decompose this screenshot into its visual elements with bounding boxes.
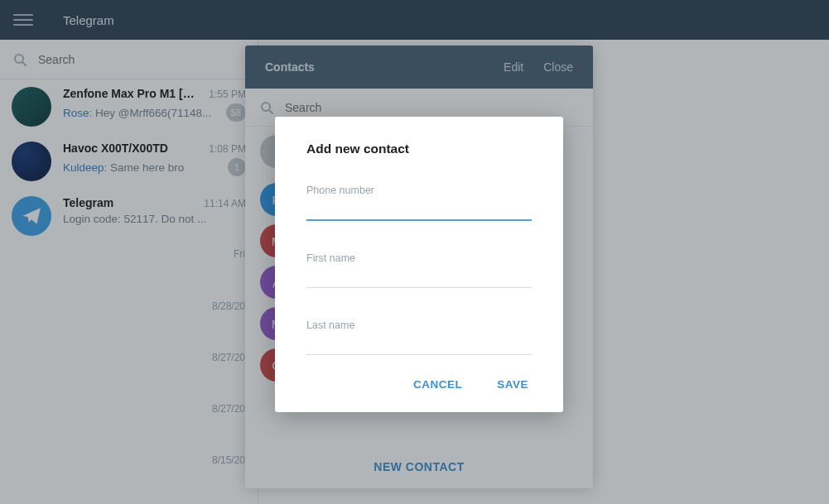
phone-input[interactable] bbox=[306, 198, 532, 221]
cancel-button[interactable]: CANCEL bbox=[410, 372, 465, 397]
first-name-label: First name bbox=[306, 252, 532, 264]
phone-field: Phone number bbox=[306, 185, 532, 221]
last-name-label: Last name bbox=[306, 319, 532, 331]
add-contact-modal: Add new contact Phone number First name … bbox=[275, 117, 563, 412]
modal-title: Add new contact bbox=[306, 142, 532, 156]
phone-label: Phone number bbox=[306, 185, 532, 196]
modal-actions: CANCEL SAVE bbox=[306, 372, 532, 397]
last-name-input[interactable] bbox=[306, 333, 532, 355]
first-name-field: First name bbox=[306, 252, 532, 288]
save-button[interactable]: SAVE bbox=[494, 372, 532, 397]
first-name-input[interactable] bbox=[306, 266, 532, 288]
last-name-field: Last name bbox=[306, 319, 532, 355]
